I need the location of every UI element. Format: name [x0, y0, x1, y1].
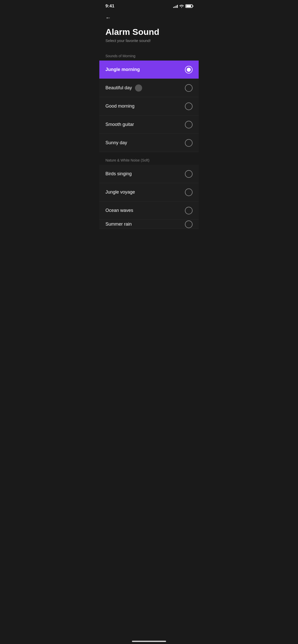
sound-item-left-jungle-voyage: Jungle voyage: [105, 189, 185, 195]
sound-name-jungle-morning: Jungle morning: [105, 67, 140, 72]
sections-container: Sounds of MorningJungle morningBeautiful…: [99, 48, 199, 229]
sound-item-beautiful-day[interactable]: Beautiful day: [99, 79, 199, 97]
sound-item-jungle-voyage[interactable]: Jungle voyage: [99, 183, 199, 201]
status-time: 9:41: [105, 4, 114, 9]
radio-button-good-morning[interactable]: [185, 103, 193, 110]
sound-item-left-birds-singing: Birds singing: [105, 171, 185, 177]
sound-name-jungle-voyage: Jungle voyage: [105, 189, 135, 195]
sound-name-sunny-day: Sunny day: [105, 140, 127, 145]
wifi-icon: [179, 4, 184, 8]
radio-button-summer-rain[interactable]: [185, 221, 193, 228]
page-title: Alarm Sound: [105, 27, 193, 37]
back-arrow-icon: ←: [105, 14, 111, 21]
sound-item-left-jungle-morning: Jungle morning: [105, 67, 185, 72]
radio-button-sunny-day[interactable]: [185, 139, 193, 147]
sound-name-ocean-waves: Ocean waves: [105, 208, 133, 213]
page-subtitle: Select your favorite sound!: [105, 38, 193, 43]
sound-item-left-ocean-waves: Ocean waves: [105, 208, 185, 213]
back-button[interactable]: ←: [105, 13, 116, 23]
bottom-padding: [99, 229, 199, 239]
signal-icon: [173, 4, 178, 8]
radio-button-ocean-waves[interactable]: [185, 207, 193, 214]
battery-icon: [185, 4, 193, 8]
sound-item-left-beautiful-day: Beautiful day: [105, 84, 185, 92]
sound-item-summer-rain[interactable]: Summer rain: [99, 220, 199, 229]
section-label-sounds-of-morning: Sounds of Morning: [99, 48, 199, 61]
sound-item-left-good-morning: Good morning: [105, 104, 185, 109]
radio-button-birds-singing[interactable]: [185, 170, 193, 178]
radio-button-smooth-guitar[interactable]: [185, 121, 193, 128]
radio-button-beautiful-day[interactable]: [185, 84, 193, 92]
sound-item-left-sunny-day: Sunny day: [105, 140, 185, 145]
section-label-nature-white-noise: Nature & White Noise (Soft): [99, 152, 199, 165]
sound-item-left-summer-rain: Summer rain: [105, 222, 185, 227]
sound-name-summer-rain: Summer rain: [105, 222, 132, 227]
sound-item-smooth-guitar[interactable]: Smooth guitar: [99, 115, 199, 134]
status-icons: [173, 4, 193, 8]
sound-item-jungle-morning[interactable]: Jungle morning: [99, 61, 199, 79]
sound-name-beautiful-day: Beautiful day: [105, 85, 132, 91]
sound-name-smooth-guitar: Smooth guitar: [105, 122, 134, 127]
loading-dot-beautiful-day: [135, 84, 142, 92]
sound-item-sunny-day[interactable]: Sunny day: [99, 134, 199, 152]
radio-button-jungle-voyage[interactable]: [185, 188, 193, 196]
sound-item-birds-singing[interactable]: Birds singing: [99, 165, 199, 183]
sound-name-birds-singing: Birds singing: [105, 171, 132, 177]
status-bar: 9:41: [99, 0, 199, 11]
sound-item-good-morning[interactable]: Good morning: [99, 97, 199, 115]
sound-item-left-smooth-guitar: Smooth guitar: [105, 122, 185, 127]
sound-item-ocean-waves[interactable]: Ocean waves: [99, 201, 199, 220]
sound-name-good-morning: Good morning: [105, 104, 134, 109]
header-area: ← Alarm Sound Select your favorite sound…: [99, 11, 199, 48]
radio-button-jungle-morning[interactable]: [185, 66, 193, 74]
